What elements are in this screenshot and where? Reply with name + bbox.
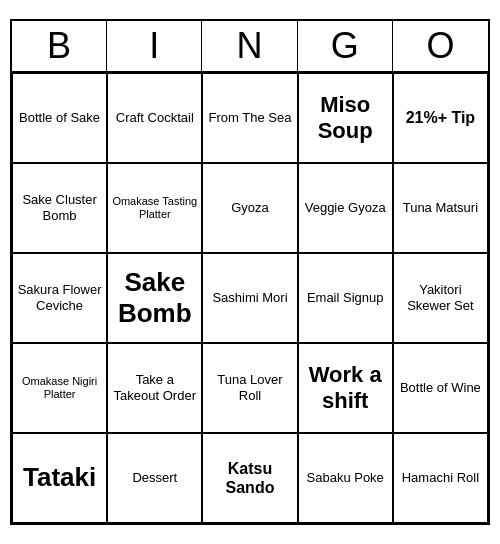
bingo-cell: Sabaku Poke bbox=[298, 433, 393, 523]
bingo-cell: Bottle of Sake bbox=[12, 73, 107, 163]
bingo-cell: Sake Bomb bbox=[107, 253, 202, 343]
header-letter: O bbox=[393, 21, 488, 71]
bingo-cell: From The Sea bbox=[202, 73, 297, 163]
bingo-cell: Omakase Tasting Platter bbox=[107, 163, 202, 253]
header-letter: N bbox=[202, 21, 297, 71]
bingo-cell: Craft Cocktail bbox=[107, 73, 202, 163]
bingo-cell: Katsu Sando bbox=[202, 433, 297, 523]
bingo-cell: Tuna Matsuri bbox=[393, 163, 488, 253]
bingo-cell: Sake Cluster Bomb bbox=[12, 163, 107, 253]
bingo-cell: Gyoza bbox=[202, 163, 297, 253]
bingo-cell: Miso Soup bbox=[298, 73, 393, 163]
bingo-cell: Email Signup bbox=[298, 253, 393, 343]
bingo-grid: Bottle of SakeCraft CocktailFrom The Sea… bbox=[12, 73, 488, 523]
bingo-cell: Yakitori Skewer Set bbox=[393, 253, 488, 343]
bingo-cell: Tataki bbox=[12, 433, 107, 523]
bingo-header: BINGO bbox=[12, 21, 488, 73]
bingo-cell: Sakura Flower Ceviche bbox=[12, 253, 107, 343]
bingo-cell: Work a shift bbox=[298, 343, 393, 433]
bingo-cell: Dessert bbox=[107, 433, 202, 523]
bingo-cell: Tuna Lover Roll bbox=[202, 343, 297, 433]
header-letter: B bbox=[12, 21, 107, 71]
bingo-cell: Omakase Nigiri Platter bbox=[12, 343, 107, 433]
header-letter: G bbox=[298, 21, 393, 71]
bingo-cell: 21%+ Tip bbox=[393, 73, 488, 163]
bingo-cell: Sashimi Mori bbox=[202, 253, 297, 343]
bingo-cell: Take a Takeout Order bbox=[107, 343, 202, 433]
bingo-card: BINGO Bottle of SakeCraft CocktailFrom T… bbox=[10, 19, 490, 525]
bingo-cell: Veggie Gyoza bbox=[298, 163, 393, 253]
bingo-cell: Hamachi Roll bbox=[393, 433, 488, 523]
header-letter: I bbox=[107, 21, 202, 71]
bingo-cell: Bottle of Wine bbox=[393, 343, 488, 433]
